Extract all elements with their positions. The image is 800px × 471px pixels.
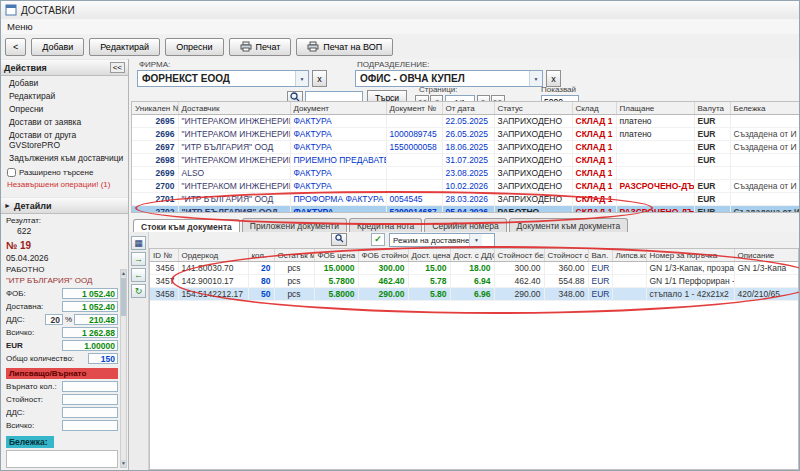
- tab-4[interactable]: Документи към документа: [509, 218, 629, 232]
- printer-icon: [240, 41, 252, 52]
- chevron-down-icon[interactable]: ▼: [295, 71, 308, 86]
- scroll-up-icon[interactable]: ▲: [121, 270, 126, 277]
- details-arrow-icon[interactable]: ►: [4, 202, 11, 209]
- cell-id: 2699: [132, 167, 178, 180]
- column-header[interactable]: Документ №: [386, 102, 442, 115]
- table-row[interactable]: 2698"ИНТЕРАКОМ ИНЖЕНЕРИНГ" ООДПРИЕМНО ПР…: [132, 154, 800, 167]
- column-header[interactable]: Стойност с: [544, 249, 588, 262]
- cell-sklad: СКЛАД 1: [572, 180, 616, 193]
- cell-date: 26.05.2025: [442, 128, 494, 141]
- table-row[interactable]: 2695"ИНТЕРАКОМ ИНЖЕНЕРИНГ" ООДФАКТУРА22.…: [132, 115, 800, 128]
- cell-date: 23.08.2025: [442, 167, 494, 180]
- column-header[interactable]: Склад: [572, 102, 616, 115]
- cell-supplier: "ИНТЕРАКОМ ИНЖЕНЕРИНГ" ООД: [178, 154, 290, 167]
- column-header[interactable]: кол.: [248, 249, 274, 262]
- column-header[interactable]: Описание: [734, 249, 799, 262]
- arrow-left-icon[interactable]: ←: [131, 268, 146, 282]
- print-vop-button[interactable]: Печат на ВОП: [296, 38, 393, 56]
- refresh-button[interactable]: Опресни: [165, 38, 223, 56]
- column-header[interactable]: Плащане: [616, 102, 694, 115]
- cell-ordercode: 154.5142212.17: [178, 288, 248, 301]
- back-button[interactable]: <: [5, 38, 26, 56]
- column-header[interactable]: Номер за поръчка: [646, 249, 734, 262]
- title-bar: ДОСТАВКИ: [1, 1, 799, 20]
- table-row[interactable]: 2697"ИТР БЪЛГАРИЯ" ООДФАКТУРА15500000581…: [132, 141, 800, 154]
- column-header[interactable]: Валута: [694, 102, 730, 115]
- refresh-icon[interactable]: ↻: [131, 284, 146, 298]
- total2-field[interactable]: [62, 420, 118, 431]
- confirm-check-icon[interactable]: ✓: [371, 233, 385, 246]
- column-header[interactable]: Уникален №: [132, 102, 178, 115]
- tab-0[interactable]: Стоки към документа: [133, 219, 240, 233]
- column-header[interactable]: ФОБ стойност: [358, 249, 408, 262]
- column-header[interactable]: Остатък мярка: [274, 249, 314, 262]
- note-field[interactable]: [6, 450, 118, 468]
- print-button[interactable]: Печат: [229, 38, 292, 56]
- edit-button[interactable]: Редактирай: [89, 38, 160, 56]
- unfinished-operations-link[interactable]: Незавършени операции! (1): [7, 180, 124, 189]
- cell-note: Създадена от И: [730, 206, 800, 214]
- item-row[interactable]: 3458154.5142212.1750pcs5.8000290.005.806…: [150, 288, 799, 301]
- chevron-down-icon[interactable]: ▼: [469, 234, 482, 246]
- column-header[interactable]: Стойност без ДД: [494, 249, 544, 262]
- tab-2[interactable]: Кредитна нота: [349, 218, 422, 232]
- extended-search-checkbox[interactable]: [7, 168, 16, 177]
- scroll-thumb[interactable]: [121, 278, 126, 316]
- delivery-mode-select[interactable]: Режим на доставяне ▼: [389, 233, 495, 247]
- add-button[interactable]: Добави: [31, 38, 84, 56]
- company-select[interactable]: ФОРНЕКСТ ЕООД ▼: [137, 70, 309, 87]
- table-row[interactable]: 2696"ИНТЕРАКОМ ИНЖЕНЕРИНГ" ООДФАКТУРА100…: [132, 128, 800, 141]
- table-row[interactable]: 2700"ИНТЕРАКОМ ИНЖЕНЕРИНГ" ООДФАКТУРА10.…: [132, 180, 800, 193]
- scroll-down-icon[interactable]: ▼: [121, 460, 126, 467]
- sidebar-link-3[interactable]: Достави от заявка: [1, 115, 128, 128]
- column-header[interactable]: Документ: [290, 102, 386, 115]
- table-row[interactable]: 2699ALSOФАКТУРА23.08.2025ЗАПРИХОДЕНОСКЛА…: [132, 167, 800, 180]
- company-clear-button[interactable]: x: [312, 70, 327, 87]
- column-header[interactable]: Дост. с ДДС: [450, 249, 494, 262]
- sidebar-link-4[interactable]: Достави от друга GVStorePRO: [1, 128, 128, 151]
- cell-pay: [616, 193, 694, 206]
- item-row[interactable]: 3457142.90010.1780pcs5.7800462.405.786.9…: [150, 275, 799, 288]
- cell-date: 22.05.2025: [442, 115, 494, 128]
- vat2-field[interactable]: [62, 407, 118, 418]
- vat-rate-field[interactable]: 20: [45, 314, 63, 325]
- column-header[interactable]: Липсв.кол.: [612, 249, 646, 262]
- column-header[interactable]: Статус: [494, 102, 572, 115]
- column-header[interactable]: Бележка: [730, 102, 800, 115]
- returned-qty-field[interactable]: [62, 381, 118, 392]
- cell-fob_value: 462.40: [358, 275, 408, 288]
- vat-row: ДДС: 20 % 210.48: [6, 314, 118, 325]
- table-row[interactable]: 2702"ИТР БЪЛГАРИЯ" ООДФАКТУРА52000146870…: [132, 206, 800, 214]
- sidebar-link-5[interactable]: Задължения към доставчици: [1, 151, 128, 164]
- column-header[interactable]: Дост. цена: [408, 249, 450, 262]
- sidebar-scrollbar[interactable]: ▲ ▼: [120, 269, 127, 468]
- column-header[interactable]: Ордеркод: [178, 249, 248, 262]
- value-field[interactable]: [62, 394, 118, 405]
- column-header[interactable]: Вал.: [588, 249, 612, 262]
- column-header[interactable]: От дата: [442, 102, 494, 115]
- sidebar-link-1[interactable]: Редактирай: [1, 89, 128, 102]
- company-label: ФИРМА:: [139, 60, 170, 69]
- cell-qty: 50: [248, 288, 274, 301]
- cell-fob_price: 15.0000: [314, 262, 358, 275]
- cell-supplier: "ИНТЕРАКОМ ИНЖЕНЕРИНГ" ООД: [178, 115, 290, 128]
- column-header[interactable]: ФОБ цена: [314, 249, 358, 262]
- item-row[interactable]: 3456141.80030.7020pcs15.0000300.0015.001…: [150, 262, 799, 275]
- collapse-sidebar-button[interactable]: <<: [110, 62, 125, 73]
- document-supplier: "ИТР БЪЛГАРИЯ" ООД: [6, 276, 128, 285]
- menu-item-menu[interactable]: Меню: [7, 21, 33, 32]
- grid-export-icon[interactable]: ▦: [131, 236, 146, 250]
- document-number: № 19: [6, 240, 128, 251]
- column-header[interactable]: ID №: [150, 249, 178, 262]
- table-row[interactable]: 2701"ИТР БЪЛГАРИЯ" ООДПРОФОРМА ФАКТУРА00…: [132, 193, 800, 206]
- detail-search-button[interactable]: [331, 233, 347, 246]
- tab-1[interactable]: Приложени документи: [242, 218, 347, 232]
- column-header[interactable]: Доставчик: [178, 102, 290, 115]
- cell-missing: [612, 288, 646, 301]
- sidebar-link-0[interactable]: Добави: [1, 76, 128, 89]
- chevron-down-icon[interactable]: ▼: [529, 71, 542, 86]
- cell-missing: [612, 275, 646, 288]
- tab-3[interactable]: Серийни номера: [424, 218, 506, 232]
- sidebar-link-2[interactable]: Опресни: [1, 102, 128, 115]
- arrow-right-icon[interactable]: →: [131, 252, 146, 266]
